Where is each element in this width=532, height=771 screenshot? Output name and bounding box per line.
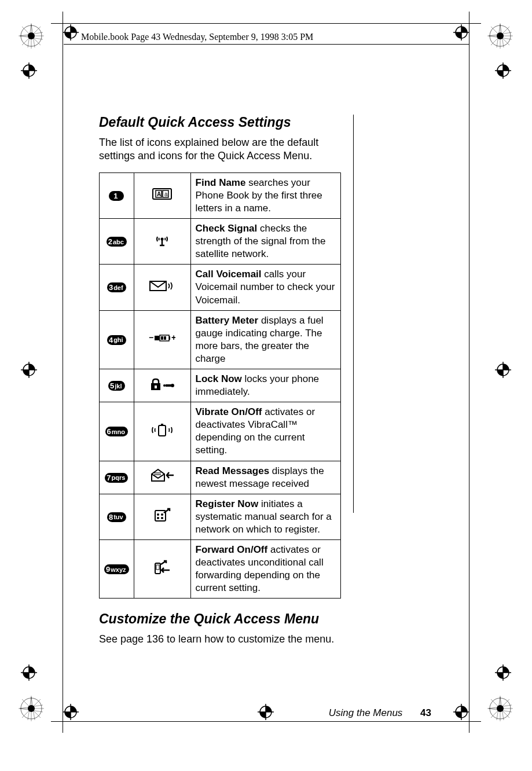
key-5-icon: 5jkl [108, 381, 124, 391]
svg-rect-46 [156, 565, 159, 570]
registration-mark-icon [63, 704, 79, 720]
registration-mark-icon [495, 664, 511, 681]
sunburst-icon [486, 695, 514, 722]
table-row: 2abc Check Signal checks the strength of… [100, 219, 341, 265]
read-messages-icon [134, 461, 190, 494]
register-network-icon [134, 494, 190, 539]
svg-point-43 [157, 517, 159, 519]
table-row: 9wxyz Forward On/Off activates or deacti… [100, 540, 341, 599]
svg-point-44 [161, 517, 163, 519]
feature-title: Find Name [196, 177, 246, 188]
voicemail-envelope-icon [134, 265, 190, 310]
feature-title: Lock Now [196, 373, 242, 384]
key-1-icon: 1 [109, 191, 124, 201]
footer-section-name: Using the Menus [329, 707, 403, 718]
table-row: 7pqrs Read Messages displays the newest … [100, 461, 341, 494]
svg-point-41 [157, 513, 159, 516]
table-row: 6mno Vibrate On/Off activates or deactiv… [100, 402, 341, 461]
key-6-icon: 6mno [105, 427, 128, 436]
sunburst-icon [17, 695, 45, 722]
call-forward-icon [134, 540, 190, 599]
battery-meter-icon: −+ [134, 310, 190, 369]
key-4-icon: 4ghi [107, 335, 126, 345]
footer-page-number: 43 [420, 707, 431, 718]
intro-paragraph: The list of icons explained below are th… [99, 136, 351, 163]
key-8-icon: 8tuv [107, 512, 126, 522]
svg-rect-33 [166, 384, 171, 387]
lock-icon [134, 369, 190, 402]
table-row: 3def Call Voicemail calls your Voicemail… [100, 265, 341, 310]
svg-rect-31 [155, 386, 157, 388]
customize-paragraph: See page 136 to learn how to customize t… [99, 633, 351, 646]
feature-title: Check Signal [196, 223, 258, 234]
table-row: 8tuv Register Now initiates a systematic… [100, 494, 341, 539]
meta-rule [64, 44, 469, 45]
section-heading-customize: Customize the Quick Access Menu [99, 611, 351, 627]
svg-text:−: − [149, 333, 153, 342]
svg-text:A: A [157, 191, 161, 197]
table-row: 1 Aa Find Name searches your Phone Book … [100, 172, 341, 218]
svg-point-34 [171, 384, 174, 387]
key-7-icon: 7pqrs [105, 473, 128, 483]
svg-rect-35 [159, 425, 166, 436]
registration-mark-icon [495, 63, 511, 79]
feature-title: Call Voicemail [196, 269, 262, 280]
svg-rect-27 [164, 336, 166, 340]
table-row: 4ghi −+ Battery Meter displays a fuel ga… [100, 310, 341, 369]
table-row: 5jkl Lock Now locks your phone immediate… [100, 369, 341, 402]
svg-text:a: a [164, 191, 168, 197]
quick-access-table: 1 Aa Find Name searches your Phone Book … [99, 172, 341, 599]
find-name-icon: Aa [134, 172, 190, 218]
registration-mark-icon [21, 362, 37, 378]
column-divider [353, 115, 354, 513]
svg-point-18 [161, 237, 164, 240]
key-3-icon: 3def [107, 282, 126, 292]
registration-mark-icon [495, 362, 511, 378]
page-meta-header: Mobile.book Page 43 Wednesday, September… [81, 32, 313, 42]
vibrate-icon [134, 402, 190, 461]
registration-mark-icon [21, 664, 37, 681]
svg-text:+: + [171, 333, 175, 342]
svg-point-42 [161, 513, 163, 516]
registration-mark-icon [453, 24, 469, 41]
feature-title: Vibrate On/Off [196, 406, 262, 417]
key-2-icon: 2abc [107, 237, 127, 247]
feature-title: Read Messages [196, 465, 270, 476]
svg-point-32 [163, 384, 166, 387]
svg-rect-23 [155, 336, 159, 340]
signal-antenna-icon [134, 219, 190, 265]
registration-mark-icon [21, 63, 37, 79]
svg-rect-26 [161, 336, 163, 340]
sunburst-icon [17, 22, 45, 50]
feature-title: Forward On/Off [196, 544, 268, 555]
sunburst-icon [486, 22, 514, 50]
key-9-icon: 9wxyz [104, 564, 129, 574]
registration-mark-icon [453, 704, 469, 720]
svg-rect-28 [169, 336, 170, 340]
feature-title: Battery Meter [196, 315, 259, 326]
registration-mark-icon [63, 24, 79, 41]
section-heading-default-quick-access: Default Quick Access Settings [99, 115, 351, 130]
page-footer: Using the Menus 43 [240, 707, 431, 719]
svg-rect-36 [161, 424, 163, 425]
feature-title: Register Now [196, 498, 259, 509]
